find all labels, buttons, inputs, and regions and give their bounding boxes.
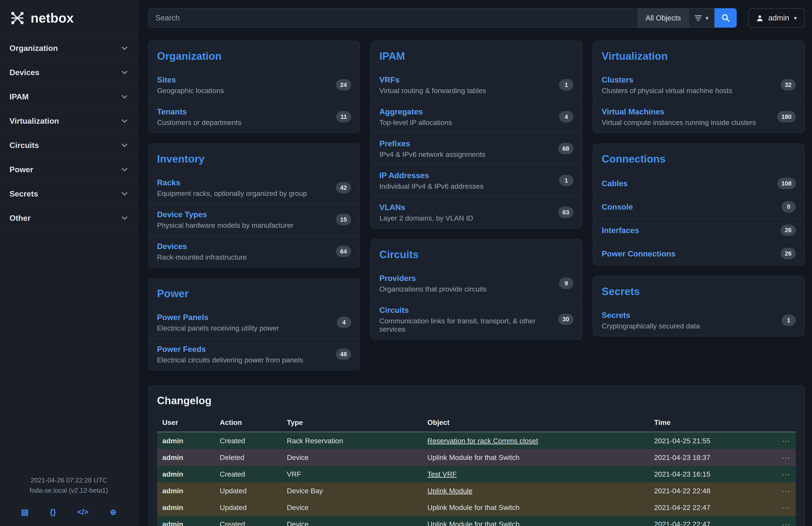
card-item-text: Prefixes IPv4 & IPv6 network assignments [379,139,485,158]
changelog-row[interactable]: admin Updated Device Bay Uplink Module 2… [157,483,796,499]
card-item-link[interactable]: Racks [157,178,180,187]
card-item-link[interactable]: Power Panels [157,313,208,322]
row-actions-button[interactable]: ··· [777,466,796,483]
row-actions-button[interactable]: ··· [777,449,796,466]
dashboard-card: Secrets Secrets Cryptographically secure… [593,276,804,337]
count-badge: 4 [559,111,574,123]
card-title-link[interactable]: Circuits [371,240,582,268]
changelog-object: Reservation for rack Comms closet [422,432,649,449]
count-badge: 180 [777,111,796,123]
row-actions-button[interactable]: ··· [777,499,796,516]
card-items: Power Panels Electrical panels receiving… [149,307,360,370]
card-title-link[interactable]: Connections [593,144,804,172]
search-filter-button[interactable]: ▾ [688,8,714,28]
card-item-link[interactable]: Circuits [379,305,409,314]
card-item-link[interactable]: Power Connections [602,249,676,258]
card-item-link[interactable]: Sites [157,75,176,84]
sidebar-item-circuits[interactable]: Circuits [0,133,138,158]
card-item-link[interactable]: Virtual Machines [602,107,664,116]
row-actions-button[interactable]: ··· [777,516,796,526]
changelog-type: Device [281,499,422,516]
card-item-description: Virtual routing & forwarding tables [379,87,486,95]
card-item-link[interactable]: Power Feeds [157,345,206,354]
card-title-link[interactable]: Secrets [593,276,804,304]
count-badge: 63 [558,207,574,218]
sidebar-item-other[interactable]: Other [0,206,138,230]
search-scope-button[interactable]: All Objects [638,8,688,28]
count-badge: 30 [558,314,574,325]
changelog-user: admin [157,449,215,466]
changelog-row[interactable]: admin Created VRF Test VRF 2021-04-23 16… [157,466,796,483]
changelog-object: Uplink Module [422,483,649,499]
chevron-down-icon: ▾ [706,15,708,22]
changelog-row[interactable]: admin Created Device Uplink Module for t… [157,516,796,526]
changelog-time: 2021-04-22 22:48 [649,483,777,499]
sidebar-item-devices[interactable]: Devices [0,60,138,85]
sidebar-item-label: Circuits [10,141,39,150]
changelog-row[interactable]: admin Deleted Device Uplink Module for t… [157,449,796,466]
sidebar-item-ipam[interactable]: IPAM [0,85,138,109]
card-item-link[interactable]: Device Types [157,210,207,219]
card-items: Racks Equipment racks, optionally organi… [149,172,360,267]
dashboard-card: Connections Cables 108 Console 0 Interfa… [593,143,804,266]
card-item-text: Power Feeds Electrical circuits deliveri… [157,344,303,364]
card-item-description: Organizations that provide circuits [379,285,487,293]
card-item-text: Virtual Machines Virtual compute instanc… [602,107,756,127]
card-title-link[interactable]: IPAM [371,41,582,69]
card-item-description: Communication links for transit, transpo… [379,317,553,333]
count-badge: 1 [782,314,796,326]
code-icon[interactable]: </> [77,508,89,516]
card-item-link[interactable]: VRFs [379,75,400,84]
card-item-link[interactable]: VLANs [379,203,405,212]
card-item-link[interactable]: Providers [379,274,416,283]
card-item: Prefixes IPv4 & IPv6 network assignments… [371,132,582,165]
globe-icon[interactable]: ⊕ [110,508,116,517]
card-item: Power Feeds Electrical circuits deliveri… [149,338,360,370]
card-title-link[interactable]: Virtualization [593,41,804,69]
card-item-link[interactable]: Tenants [157,107,187,116]
changelog-row[interactable]: admin Updated Device Uplink Module for t… [157,499,796,516]
sidebar-item-organization[interactable]: Organization [0,36,138,60]
sidebar-item-label: IPAM [10,92,29,101]
search-input[interactable] [148,8,638,28]
changelog-action: Created [215,516,281,526]
card-title-link[interactable]: Power [149,279,360,307]
changelog-action: Deleted [215,449,281,466]
card-item-link[interactable]: Console [602,202,633,211]
card-item: Power Connections 26 [593,242,804,265]
changelog-column-header: Type [281,414,422,432]
sidebar-item-virtualization[interactable]: Virtualization [0,109,138,133]
changelog-object-link[interactable]: Test VRF [427,470,456,478]
row-actions-button[interactable]: ··· [777,483,796,499]
docs-icon[interactable]: ▤ [21,508,28,517]
changelog-type: Rack Reservation [281,432,422,449]
changelog-object-link[interactable]: Reservation for rack Comms closet [427,437,538,445]
card-item-link[interactable]: Interfaces [602,226,639,235]
card-item-link[interactable]: Prefixes [379,139,410,148]
card-title-link[interactable]: Inventory [149,144,360,172]
search-submit-button[interactable] [714,8,737,28]
changelog-object-link[interactable]: Uplink Module [427,487,473,495]
braces-icon[interactable]: {} [50,508,56,516]
sidebar: netbox Organization Devices IPAM Virtual… [0,0,138,526]
user-menu-button[interactable]: admin ▾ [748,8,804,28]
changelog-row[interactable]: admin Created Rack Reservation Reservati… [157,432,796,449]
sidebar-item-power[interactable]: Power [0,158,138,182]
card-item-link[interactable]: Devices [157,242,187,251]
card-items: Providers Organizations that provide cir… [371,268,582,339]
card-item-text: Interfaces [602,225,639,235]
user-icon [756,14,764,22]
card-item-link[interactable]: IP Addresses [379,171,429,180]
row-actions-button[interactable]: ··· [777,432,796,449]
netbox-logo-icon [10,10,25,26]
card-item: Sites Geographic locations 24 [149,69,360,101]
sidebar-item-secrets[interactable]: Secrets [0,182,138,206]
netbox-logo[interactable]: netbox [0,0,138,36]
card-item-link[interactable]: Secrets [602,311,630,319]
card-item-description: Customers or departments [157,118,242,127]
card-item-link[interactable]: Aggregates [379,107,423,116]
card-title-link[interactable]: Organization [149,41,360,69]
count-badge: 0 [782,201,796,213]
card-item-link[interactable]: Clusters [602,75,633,84]
card-item-link[interactable]: Cables [602,179,628,188]
